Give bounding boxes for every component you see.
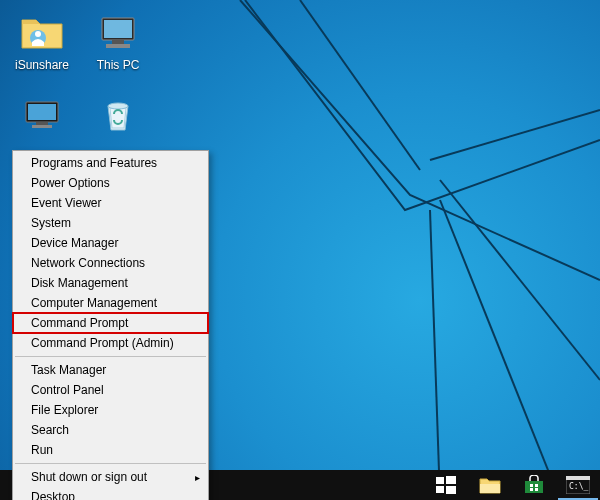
svg-text:C:\_: C:\_	[569, 482, 588, 491]
chevron-right-icon: ▸	[195, 472, 200, 483]
svg-rect-7	[28, 104, 56, 120]
store-icon	[523, 475, 545, 495]
svg-rect-12	[446, 476, 456, 484]
svg-rect-17	[530, 484, 533, 487]
svg-rect-16	[525, 481, 543, 493]
monitor-icon	[18, 90, 66, 138]
svg-rect-5	[106, 44, 130, 48]
svg-rect-22	[566, 476, 590, 480]
windows-logo-icon	[436, 475, 456, 495]
folder-icon	[18, 8, 66, 56]
start-button[interactable]	[424, 470, 468, 500]
context-menu-item[interactable]: Shut down or sign out▸	[13, 467, 208, 487]
context-menu-item[interactable]: Command Prompt (Admin)	[13, 333, 208, 353]
svg-rect-19	[530, 488, 533, 491]
taskbar-store[interactable]	[512, 470, 556, 500]
desktop-icon-network[interactable]	[8, 90, 76, 140]
context-menu-divider	[15, 463, 206, 464]
svg-rect-14	[446, 486, 456, 494]
desktop-wallpaper[interactable]: iSunshare This PC	[0, 0, 600, 500]
svg-rect-15	[480, 484, 500, 493]
taskbar-command-prompt[interactable]: C:\_	[556, 470, 600, 500]
desktop-icon-label: iSunshare	[8, 58, 76, 72]
context-menu-item[interactable]: Task Manager	[13, 360, 208, 380]
context-menu-item[interactable]: File Explorer	[13, 400, 208, 420]
svg-rect-4	[112, 40, 124, 44]
context-menu-item[interactable]: Computer Management	[13, 293, 208, 313]
context-menu-item[interactable]: Desktop	[13, 487, 208, 500]
context-menu-item[interactable]: Disk Management	[13, 273, 208, 293]
desktop-icon-this-pc[interactable]: This PC	[84, 8, 152, 72]
computer-icon	[94, 8, 142, 56]
desktop-icon-recycle-bin[interactable]	[84, 90, 152, 140]
svg-point-1	[35, 31, 41, 37]
context-menu-divider	[15, 356, 206, 357]
winx-context-menu: Programs and FeaturesPower OptionsEvent …	[12, 150, 209, 500]
context-menu-item[interactable]: Run	[13, 440, 208, 460]
svg-rect-11	[436, 477, 444, 484]
context-menu-item[interactable]: Network Connections	[13, 253, 208, 273]
context-menu-item[interactable]: Control Panel	[13, 380, 208, 400]
context-menu-item[interactable]: Command Prompt	[13, 313, 208, 333]
svg-rect-13	[436, 486, 444, 493]
svg-rect-20	[535, 488, 538, 491]
context-menu-item[interactable]: System	[13, 213, 208, 233]
context-menu-item[interactable]: Power Options	[13, 173, 208, 193]
svg-rect-8	[36, 122, 48, 125]
svg-rect-9	[32, 125, 52, 128]
svg-rect-18	[535, 484, 538, 487]
desktop-icon-label: This PC	[84, 58, 152, 72]
context-menu-item[interactable]: Device Manager	[13, 233, 208, 253]
context-menu-item[interactable]: Search	[13, 420, 208, 440]
desktop-icon-isunshare[interactable]: iSunshare	[8, 8, 76, 72]
svg-rect-3	[104, 20, 132, 38]
context-menu-item[interactable]: Event Viewer	[13, 193, 208, 213]
cmd-icon: C:\_	[566, 476, 590, 494]
file-explorer-icon	[479, 475, 501, 495]
taskbar-file-explorer[interactable]	[468, 470, 512, 500]
context-menu-item[interactable]: Programs and Features	[13, 153, 208, 173]
svg-point-10	[108, 103, 128, 109]
recycle-bin-icon	[94, 90, 142, 138]
